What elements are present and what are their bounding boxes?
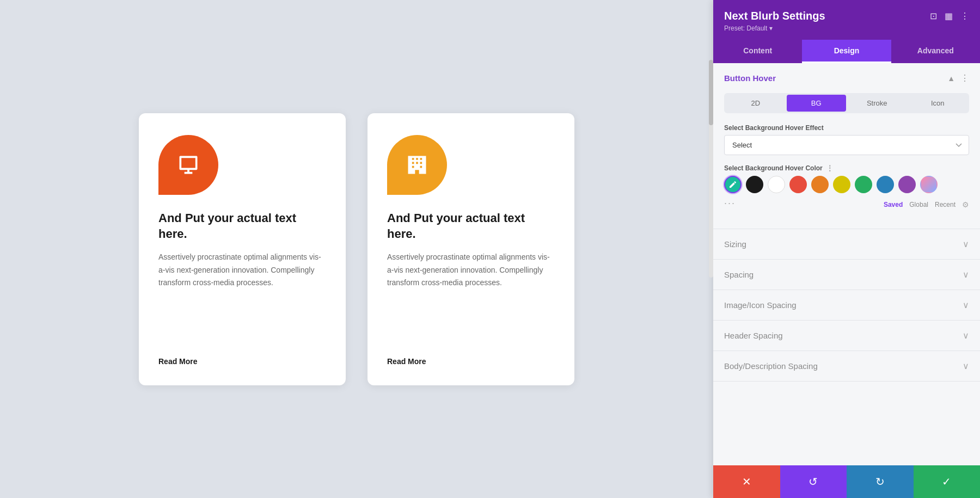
image-icon-spacing-header[interactable]: Image/Icon Spacing ∨: [713, 290, 980, 320]
scrollbar-track[interactable]: [709, 60, 713, 278]
save-button[interactable]: ✓: [914, 465, 981, 498]
hover-color-row: Select Background Hover Color ⋮: [724, 164, 969, 209]
blurb-icon-wrap-1: [158, 135, 218, 195]
tab-icon[interactable]: Icon: [908, 95, 968, 112]
spacing-chevron-icon[interactable]: ∨: [963, 269, 969, 280]
hover-effect-label: Select Background Hover Effect: [724, 124, 969, 132]
color-swatch-white[interactable]: [768, 176, 785, 193]
blurb-body-2: Assertively procrastinate optimal alignm…: [387, 251, 555, 344]
image-icon-spacing-chevron-icon[interactable]: ∨: [963, 300, 969, 310]
monitor-icon: [176, 153, 200, 177]
panel-bottom-bar: ✕ ↺ ↻ ✓: [713, 465, 980, 498]
building-icon: [405, 153, 429, 177]
pen-icon: [728, 180, 737, 189]
tab-content[interactable]: Content: [713, 40, 802, 63]
header-spacing-chevron-icon[interactable]: ∨: [963, 330, 969, 341]
color-swatch-red[interactable]: [789, 176, 807, 193]
blurb-title-2: And Put your actual text here.: [387, 210, 555, 242]
tab-2d[interactable]: 2D: [726, 95, 786, 112]
header-spacing-header[interactable]: Header Spacing ∨: [713, 321, 980, 351]
button-hover-section: Button Hover ▲ ⋮ 2D BG Stroke Icon Selec…: [713, 63, 980, 229]
sizing-section: Sizing ∨: [713, 229, 980, 260]
sizing-header[interactable]: Sizing ∨: [713, 229, 980, 259]
tab-advanced[interactable]: Advanced: [891, 40, 980, 63]
color-swatch-yellow[interactable]: [833, 176, 850, 193]
panel-header-top: Next Blurb Settings ⊡ ▦ ⋮: [724, 10, 969, 22]
section-collapse-icon[interactable]: ▲: [947, 74, 955, 83]
blurb-readmore-2[interactable]: Read More: [387, 357, 555, 366]
spacing-section: Spacing ∨: [713, 260, 980, 290]
panel-header: Next Blurb Settings ⊡ ▦ ⋮ Preset: Defaul…: [713, 0, 980, 40]
spacing-title: Spacing: [724, 270, 754, 279]
color-swatch-orange[interactable]: [811, 176, 829, 193]
scrollbar-thumb[interactable]: [709, 60, 713, 125]
panel-body: Button Hover ▲ ⋮ 2D BG Stroke Icon Selec…: [713, 63, 980, 498]
sizing-chevron-icon[interactable]: ∨: [963, 239, 969, 249]
image-icon-spacing-title: Image/Icon Spacing: [724, 300, 797, 310]
hover-effect-row: Select Background Hover Effect Select: [724, 124, 969, 155]
color-swatch-blue[interactable]: [877, 176, 894, 193]
redo-button[interactable]: ↻: [847, 465, 914, 498]
blurb-card-2: And Put your actual text here. Assertive…: [367, 113, 574, 385]
settings-panel: Next Blurb Settings ⊡ ▦ ⋮ Preset: Defaul…: [713, 0, 980, 498]
body-description-spacing-chevron-icon[interactable]: ∨: [963, 361, 969, 371]
body-description-spacing-section: Body/Description Spacing ∨: [713, 351, 980, 382]
body-description-spacing-header[interactable]: Body/Description Spacing ∨: [713, 351, 980, 381]
tab-design[interactable]: Design: [802, 40, 891, 63]
screenshot-icon[interactable]: ⊡: [930, 11, 937, 21]
color-swatch-purple[interactable]: [898, 176, 916, 193]
columns-icon[interactable]: ▦: [945, 11, 953, 21]
button-hover-tabs: 2D BG Stroke Icon: [724, 93, 969, 113]
blurb-title-1: And Put your actual text here.: [158, 210, 326, 242]
tab-bg[interactable]: BG: [787, 95, 847, 112]
button-hover-header[interactable]: Button Hover ▲ ⋮: [713, 63, 980, 93]
reset-button[interactable]: ↺: [780, 465, 847, 498]
header-spacing-title: Header Spacing: [724, 331, 783, 340]
spacing-header[interactable]: Spacing ∨: [713, 260, 980, 290]
color-tab-saved[interactable]: Saved: [884, 201, 903, 208]
color-settings-icon[interactable]: ⚙: [962, 200, 969, 209]
panel-title: Next Blurb Settings: [724, 10, 825, 22]
color-dots[interactable]: ···: [724, 198, 736, 209]
hover-color-more-icon[interactable]: ⋮: [826, 164, 834, 173]
color-tab-recent[interactable]: Recent: [935, 201, 955, 208]
blurb-icon-wrap-2: [387, 135, 447, 195]
tab-stroke[interactable]: Stroke: [847, 95, 907, 112]
color-swatch-green[interactable]: [855, 176, 872, 193]
section-more-icon[interactable]: ⋮: [960, 73, 969, 83]
cancel-button[interactable]: ✕: [713, 465, 780, 498]
sizing-title: Sizing: [724, 239, 746, 249]
blurb-readmore-1[interactable]: Read More: [158, 357, 326, 366]
blurb-card-1: And Put your actual text here. Assertive…: [139, 113, 346, 385]
section-header-actions: ▲ ⋮: [947, 73, 969, 83]
color-swatch-black[interactable]: [746, 176, 763, 193]
image-icon-spacing-section: Image/Icon Spacing ∨: [713, 290, 980, 321]
color-swatches: [724, 176, 969, 193]
hover-effect-select[interactable]: Select: [724, 135, 969, 155]
panel-preset[interactable]: Preset: Default ▾: [724, 24, 969, 32]
color-swatch-gradient[interactable]: [920, 176, 938, 193]
panel-tabs: Content Design Advanced: [713, 40, 980, 63]
button-hover-content: 2D BG Stroke Icon Select Background Hove…: [713, 93, 980, 229]
color-swatch-pen[interactable]: [724, 176, 742, 193]
color-filter-tabs: Saved Global Recent ⚙: [884, 200, 969, 209]
more-icon[interactable]: ⋮: [960, 11, 969, 21]
canvas-area: And Put your actual text here. Assertive…: [0, 0, 713, 498]
panel-header-icons: ⊡ ▦ ⋮: [930, 11, 969, 21]
color-tab-global[interactable]: Global: [909, 201, 928, 208]
body-description-spacing-title: Body/Description Spacing: [724, 361, 818, 371]
button-hover-title: Button Hover: [724, 73, 776, 83]
blurb-body-1: Assertively procrastinate optimal alignm…: [158, 251, 326, 344]
header-spacing-section: Header Spacing ∨: [713, 321, 980, 351]
hover-color-label: Select Background Hover Color ⋮: [724, 164, 969, 173]
